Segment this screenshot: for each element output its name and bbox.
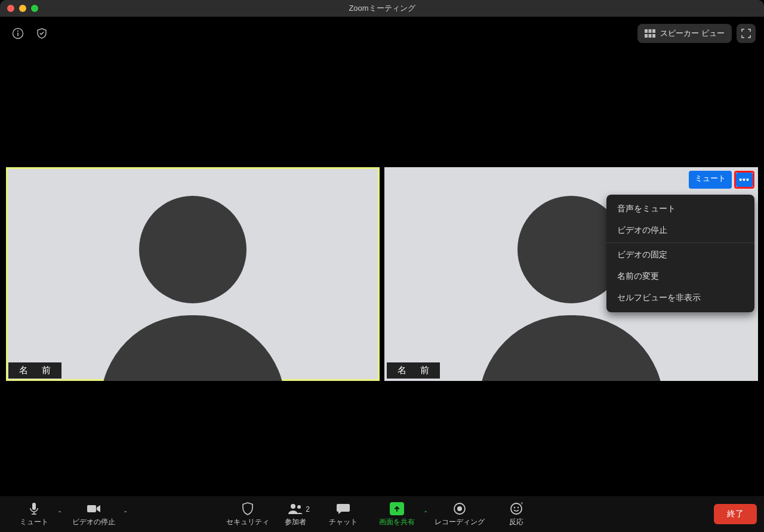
participant-name-label: 名 前 — [387, 362, 440, 379]
share-screen-label: 画面を共有 — [379, 517, 415, 527]
video-tile-self[interactable]: 名 前 — [6, 167, 380, 381]
fullscreen-icon — [741, 29, 751, 38]
svg-point-16 — [457, 506, 462, 511]
svg-rect-12 — [87, 505, 96, 512]
stop-video-button[interactable]: ビデオの停止 ⌃ — [61, 502, 127, 527]
chat-icon — [337, 503, 350, 515]
chevron-up-icon[interactable]: ⌃ — [123, 510, 128, 516]
reactions-label: 反応 — [509, 517, 523, 527]
chat-button[interactable]: チャット — [319, 502, 367, 527]
svg-rect-5 — [652, 29, 655, 33]
svg-rect-7 — [649, 34, 652, 38]
shield-icon — [242, 502, 254, 515]
titlebar: Zoomミーティング — [0, 0, 764, 17]
tile-context-menu: 音声をミュート ビデオの停止 ビデオの固定 名前の変更 セルフビューを非表示 — [606, 195, 754, 312]
video-icon — [87, 504, 101, 513]
security-label: セキュリティ — [226, 517, 269, 527]
record-icon — [453, 502, 466, 515]
recording-label: レコーディング — [435, 517, 485, 527]
reactions-icon: + — [510, 502, 523, 515]
tile-controls: ミュート ••• — [689, 171, 754, 189]
encryption-button[interactable] — [32, 24, 51, 43]
top-controls: スピーカー ビュー — [0, 23, 764, 44]
menu-separator — [606, 242, 754, 243]
stop-video-label: ビデオの停止 — [72, 517, 115, 527]
video-grid: 名 前 名 前 ミュート ••• 音声をミュート ビデオの停止 ビデオの固定 名… — [6, 167, 758, 381]
participants-label: 参加者 — [285, 517, 306, 527]
view-mode-button[interactable]: スピーカー ビュー — [637, 24, 732, 43]
svg-text:+: + — [520, 502, 523, 506]
participants-icon — [288, 503, 303, 515]
svg-point-18 — [514, 506, 515, 508]
window-title: Zoomミーティング — [0, 3, 764, 14]
fullscreen-button[interactable] — [737, 24, 756, 43]
end-label: 終了 — [727, 509, 744, 518]
menu-item-pin-video[interactable]: ビデオの固定 — [606, 244, 754, 266]
svg-point-1 — [17, 30, 19, 32]
svg-rect-9 — [32, 503, 36, 510]
view-mode-label: スピーカー ビュー — [660, 28, 725, 39]
recording-button[interactable]: レコーディング — [427, 502, 492, 527]
info-icon — [12, 27, 24, 39]
microphone-icon — [29, 502, 39, 515]
avatar-placeholder — [100, 196, 285, 381]
mute-label: ミュート — [20, 517, 48, 527]
svg-rect-4 — [649, 29, 652, 33]
video-tile-participant[interactable]: 名 前 ミュート ••• 音声をミュート ビデオの停止 ビデオの固定 名前の変更… — [384, 167, 758, 381]
bottom-toolbar: ミュート ⌃ ビデオの停止 ⌃ セキュリティ 参加者 2 — [0, 496, 764, 532]
ellipsis-icon: ••• — [739, 175, 750, 184]
svg-point-13 — [291, 504, 295, 509]
tile-more-button[interactable]: ••• — [736, 173, 753, 187]
menu-item-stop-video[interactable]: ビデオの停止 — [606, 220, 754, 241]
share-screen-icon — [390, 502, 404, 515]
svg-rect-6 — [645, 34, 648, 38]
meeting-info-button[interactable] — [8, 24, 27, 43]
security-button[interactable]: セキュリティ — [224, 502, 272, 527]
tile-mute-button[interactable]: ミュート — [689, 171, 732, 189]
participant-name-label: 名 前 — [8, 362, 61, 379]
participants-count: 2 — [306, 505, 310, 513]
mute-button[interactable]: ミュート ⌃ — [7, 502, 61, 527]
highlight-annotation: ••• — [734, 171, 754, 189]
menu-item-rename[interactable]: 名前の変更 — [606, 266, 754, 287]
svg-rect-8 — [652, 34, 655, 38]
svg-point-14 — [297, 505, 301, 509]
menu-item-hide-self-view[interactable]: セルフビューを非表示 — [606, 287, 754, 309]
share-screen-button[interactable]: 画面を共有 ⌃ — [367, 502, 427, 527]
shield-icon — [36, 27, 48, 39]
svg-rect-2 — [17, 33, 19, 36]
svg-point-19 — [517, 506, 519, 508]
participants-button[interactable]: 参加者 2 — [272, 502, 319, 527]
gallery-icon — [645, 29, 655, 38]
reactions-button[interactable]: + 反応 — [492, 502, 540, 527]
end-meeting-button[interactable]: 終了 — [714, 504, 757, 524]
svg-rect-3 — [645, 29, 648, 33]
menu-item-mute-audio[interactable]: 音声をミュート — [606, 198, 754, 220]
chat-label: チャット — [329, 517, 358, 527]
